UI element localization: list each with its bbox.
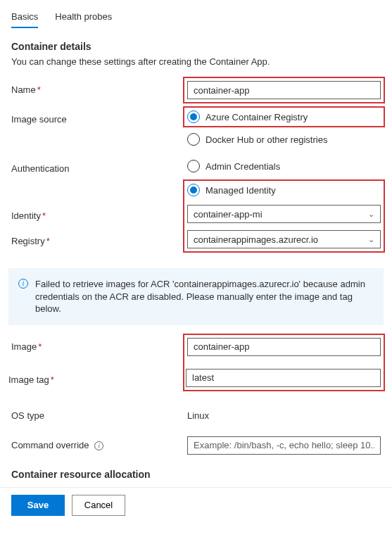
identity-label: Identity* — [10, 207, 186, 221]
radio-managed-identity[interactable]: Managed Identity — [187, 184, 381, 196]
registry-value: containerappimages.azurecr.io — [194, 234, 318, 245]
command-override-input[interactable] — [187, 436, 381, 455]
radio-acr[interactable]: Azure Container Registry — [187, 110, 381, 123]
save-button[interactable]: Save — [11, 495, 65, 516]
radio-managed-label: Managed Identity — [206, 185, 276, 196]
section-title: Container details — [11, 41, 381, 52]
registry-label: Registry* — [10, 232, 186, 246]
image-tag-label: Image tag* — [7, 371, 183, 385]
radio-icon — [187, 110, 200, 123]
section-description: You can change these settings after crea… — [11, 56, 381, 67]
name-label: Name* — [11, 81, 187, 95]
tabs: Basics Health probes — [11, 8, 381, 28]
os-type-value: Linux — [187, 407, 381, 421]
resource-allocation-title: Container resource allocation — [11, 469, 381, 480]
registry-select[interactable]: containerappimages.azurecr.io ⌄ — [187, 230, 381, 248]
tab-health-probes[interactable]: Health probes — [55, 8, 112, 27]
footer: Save Cancel — [0, 487, 392, 523]
chevron-down-icon: ⌄ — [368, 235, 374, 244]
os-type-label: OS type — [11, 407, 187, 421]
identity-select[interactable]: container-app-mi ⌄ — [187, 205, 381, 223]
name-input[interactable] — [187, 81, 381, 99]
highlight-image-source: Azure Container Registry — [183, 106, 385, 127]
radio-admin-label: Admin Credentials — [206, 161, 280, 172]
chevron-down-icon: ⌄ — [368, 210, 374, 219]
image-input[interactable] — [187, 338, 381, 356]
info-message-text: Failed to retrieve images for ACR 'conta… — [35, 278, 374, 315]
radio-icon — [187, 184, 200, 196]
highlight-image-tag: Image tag* — [183, 334, 385, 391]
identity-value: container-app-mi — [194, 209, 263, 220]
info-icon[interactable]: i — [94, 441, 103, 450]
radio-acr-label: Azure Container Registry — [206, 112, 308, 122]
radio-dockerhub[interactable]: Docker Hub or other registries — [187, 133, 381, 146]
radio-icon — [187, 133, 200, 146]
radio-icon — [187, 160, 200, 172]
highlight-name — [183, 77, 385, 103]
authentication-label: Authentication — [11, 160, 187, 174]
tab-basics[interactable]: Basics — [11, 8, 38, 27]
radio-dockerhub-label: Docker Hub or other registries — [206, 134, 327, 145]
image-tag-input[interactable] — [186, 369, 381, 387]
cancel-button[interactable]: Cancel — [72, 495, 125, 516]
highlight-auth-identity-registry: Managed Identity Identity* container-app… — [183, 179, 385, 253]
info-message: i Failed to retrieve images for ACR 'con… — [8, 268, 384, 325]
info-icon: i — [18, 279, 28, 289]
radio-admin-credentials[interactable]: Admin Credentials — [187, 160, 381, 172]
command-override-label: Command override i — [11, 436, 187, 450]
image-source-label: Image source — [11, 110, 187, 125]
image-label: Image* — [11, 338, 187, 352]
